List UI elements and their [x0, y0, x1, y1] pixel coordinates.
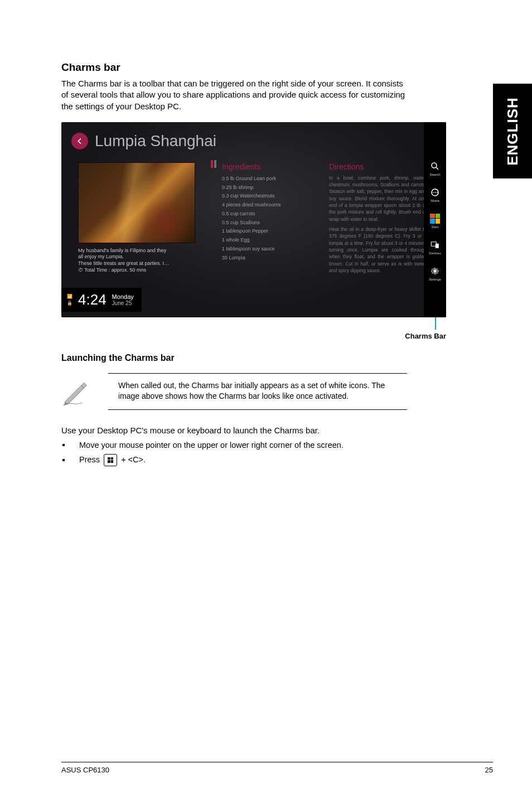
- list-item: 0.5 cup Scallions: [222, 219, 320, 228]
- directions-header: Directions: [329, 162, 427, 171]
- heading-charms-bar: Charms bar: [61, 61, 407, 74]
- charm-devices[interactable]: Devices: [424, 240, 446, 255]
- bullet-text: Press + <C>.: [79, 454, 146, 466]
- charms-bar: Search Share Start Devices Settings: [424, 122, 446, 317]
- callout-line: [435, 317, 436, 330]
- page-footer: ASUS CP6130 25: [61, 762, 493, 774]
- charm-label: Share: [431, 199, 439, 202]
- side-language-tab: ENGLISH: [493, 84, 532, 178]
- side-language-label: ENGLISH: [504, 97, 521, 166]
- screenshot-figure: Lumpia Shanghai My husband's family is F…: [61, 122, 446, 317]
- start-icon: [430, 214, 440, 224]
- windows-key-icon: [104, 454, 117, 466]
- intro-paragraph: The Charms bar is a toolbar that can be …: [61, 78, 407, 112]
- charm-label: Devices: [429, 252, 441, 255]
- recipe-caption: My husband's family is Filipino and they…: [78, 248, 195, 274]
- instructions-lead: Use your Desktop PC's mouse or keyboard …: [61, 426, 407, 435]
- bullet-dot: [62, 459, 65, 461]
- charm-label: Settings: [429, 278, 441, 281]
- caption-line: These little treats are great at parties…: [78, 260, 195, 267]
- gear-icon: [430, 266, 440, 276]
- share-icon: [430, 187, 440, 197]
- charm-share[interactable]: Share: [424, 187, 446, 202]
- directions-text: In a bowl, combine pork, shrimp, water-c…: [329, 175, 427, 274]
- callout-charms-bar: Charms Bar: [405, 332, 446, 340]
- charm-settings[interactable]: Settings: [424, 266, 446, 281]
- clock-day: Monday: [112, 293, 134, 300]
- charm-start[interactable]: Start: [424, 214, 446, 229]
- list-item: 0.3 cup Waterchestnuts: [222, 192, 320, 201]
- list-item: 0.5 cup carrots: [222, 210, 320, 219]
- svg-rect-3: [436, 244, 439, 248]
- total-time: Total Time : approx. 50 mns: [84, 267, 146, 273]
- list-item: 1 tablespoon Pepper: [222, 227, 320, 236]
- key-combo: + <C>.: [121, 455, 146, 463]
- bullet-item: Press + <C>.: [61, 454, 407, 466]
- back-icon[interactable]: [71, 133, 88, 149]
- search-icon: [430, 161, 440, 171]
- note-box: When called out, the Charms bar initiall…: [108, 373, 407, 410]
- clock-date: June 25: [112, 300, 134, 306]
- caption-line: My husband's family is Filipino and they: [78, 248, 195, 254]
- caption-line: all enjoy my Lumpia.: [78, 254, 195, 260]
- svg-point-0: [432, 163, 437, 168]
- bullet-dot: [62, 444, 65, 446]
- network-status-icons: 📶🔒: [67, 294, 72, 306]
- ingredients-list: 0.5 lb Ground Lean pork 0.25 lb shrimp 0…: [222, 175, 320, 263]
- note-text: When called out, the Charms bar initiall…: [118, 380, 407, 402]
- list-item: 1 tablespoon soy sauce: [222, 245, 320, 254]
- directions-para: Heat the oil in a deep-fryer or heavy sk…: [329, 226, 427, 274]
- pencil-note-icon: [61, 378, 90, 407]
- charm-label: Start: [432, 225, 439, 229]
- directions-para: In a bowl, combine pork, shrimp, water-c…: [329, 175, 427, 223]
- footer-page-number: 25: [485, 766, 493, 774]
- bullet-item: Move your mouse pointer on the upper or …: [61, 441, 407, 450]
- heading-launching: Launching the Charms bar: [61, 353, 407, 363]
- bullet-text: Move your mouse pointer on the upper or …: [79, 441, 344, 450]
- recipe-photo: [78, 162, 195, 243]
- press-label: Press: [79, 455, 102, 463]
- list-item: 1 whole Egg: [222, 236, 320, 245]
- charm-search[interactable]: Search: [424, 161, 446, 176]
- taskbar-clock: 📶🔒 4:24 Monday June 25: [61, 288, 142, 312]
- devices-icon: [430, 240, 440, 250]
- clock-time: 4:24: [78, 291, 107, 308]
- svg-point-4: [434, 270, 437, 273]
- charm-label: Search: [429, 173, 440, 176]
- recipe-title: Lumpia Shanghai: [95, 132, 216, 150]
- footer-product: ASUS CP6130: [61, 766, 109, 774]
- list-item: 4 pieces dried mushrooms: [222, 201, 320, 210]
- list-item: 0.25 lb shrimp: [222, 183, 320, 192]
- list-item: 35 Lumpia: [222, 254, 320, 263]
- scroll-tabs[interactable]: [211, 160, 216, 168]
- ingredients-header: Ingredients: [222, 162, 320, 171]
- list-item: 0.5 lb Ground Lean pork: [222, 175, 320, 183]
